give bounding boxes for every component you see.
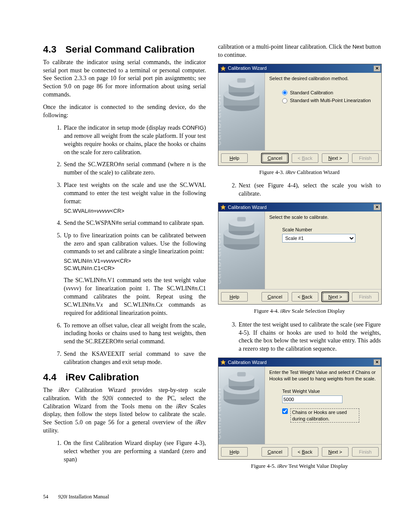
page-number: 54 — [43, 494, 48, 500]
cancel-button[interactable]: Cancel — [262, 292, 288, 302]
sec44-step-2: Next (see Figure 4-4), select the scale … — [238, 182, 381, 198]
sec44-steps-right-2: Next (see Figure 4-4), select the scale … — [218, 182, 381, 198]
sec43-step-7: Send the KSAVEEXIT serial command to sav… — [63, 350, 206, 367]
sec43-step-6: To remove an offset value, clear all wei… — [63, 322, 206, 346]
finish-button[interactable]: Finish — [352, 292, 379, 302]
next-button[interactable]: Next > — [322, 447, 349, 457]
close-icon[interactable]: ✕ — [374, 204, 380, 210]
chains-hooks-checkbox[interactable] — [282, 408, 288, 414]
wizard-title: Calibration Wizard — [228, 204, 267, 211]
sec43-step-1: Place the indicator in setup mode (displ… — [63, 124, 206, 157]
radio-standard-label: Standard Calibration — [290, 90, 333, 96]
cancel-button[interactable]: Cancel — [262, 153, 288, 163]
chains-hooks-label: Chains or Hooks are used during calibrat… — [290, 408, 359, 423]
back-button[interactable]: < Back — [292, 292, 318, 302]
back-button[interactable]: < Back — [292, 153, 318, 163]
figure-4-3-caption: Figure 4-3. iRev Calibration Wizard — [218, 168, 381, 176]
wizard-titlebar: Calibration Wizard ✕ — [218, 358, 381, 367]
wizard-app-icon — [220, 359, 226, 365]
next-button[interactable]: Next > — [322, 292, 349, 302]
section-4-4-heading: 4.4iRev Calibration — [43, 371, 206, 384]
wizard-titlebar: Calibration Wizard ✕ — [218, 64, 381, 73]
calibration-wizard-method-dialog: Calibration Wizard ✕ Select the desired … — [218, 64, 382, 166]
svg-marker-10 — [221, 205, 226, 210]
close-icon[interactable]: ✕ — [374, 65, 380, 72]
radio-standard-calibration[interactable] — [282, 90, 287, 95]
wizard-sidebar-graphic — [218, 73, 265, 150]
sec43-step-3: Place test weights on the scale and use … — [63, 181, 206, 215]
test-weight-input[interactable] — [282, 395, 342, 403]
sec43-step-5: Up to five linearization points can be c… — [63, 232, 206, 317]
wizard-app-icon — [220, 204, 226, 210]
help-button[interactable]: Help — [221, 447, 248, 457]
wizard-titlebar: Calibration Wizard ✕ — [218, 203, 381, 212]
wizard-prompt: Select the desired calibration method. — [269, 75, 377, 82]
radio-multipoint-calibration[interactable] — [282, 98, 287, 103]
wizard-sidebar-graphic — [218, 212, 265, 289]
help-button[interactable]: Help — [221, 292, 248, 302]
sec43-intro-1: To calibrate the indicator using serial … — [43, 59, 206, 99]
svg-marker-11 — [221, 360, 226, 365]
sec44-steps-left: On the first Calibration Wizard display … — [43, 439, 206, 464]
sec44-steps-right-3: Enter the test weight used to calibrate … — [218, 321, 381, 354]
close-icon[interactable]: ✕ — [374, 359, 380, 365]
wizard-sidebar-graphic — [218, 367, 265, 444]
finish-button[interactable]: Finish — [352, 153, 379, 163]
back-button[interactable]: < Back — [292, 447, 318, 457]
sec43-step-2: Send the SC.WZERO#n serial command (wher… — [63, 161, 206, 177]
sec43-step-4: Send the SC.WSPAN#n serial command to ca… — [63, 219, 206, 227]
radio-multipoint-label: Standard with Multi-Point Linearization — [290, 97, 371, 104]
scale-number-label: Scale Number — [282, 227, 377, 233]
calibration-wizard-testweight-dialog: Calibration Wizard ✕ Enter the Test Weig… — [218, 358, 382, 460]
sec44-step-3: Enter the test weight used to calibrate … — [238, 321, 381, 354]
wizard-title: Calibration Wizard — [228, 359, 267, 366]
help-button[interactable]: Help — [221, 153, 248, 163]
sec43-steps: Place the indicator in setup mode (displ… — [43, 124, 206, 367]
page-footer: 54 920i Installation Manual — [43, 493, 381, 500]
wizard-prompt: Enter the Test Weight Value and select i… — [269, 369, 377, 382]
next-button[interactable]: Next > — [322, 153, 349, 163]
figure-4-4-caption: Figure 4-4. iRev Scale Selection Display — [218, 307, 381, 315]
wizard-title: Calibration Wizard — [228, 65, 267, 72]
calibration-wizard-scale-dialog: Calibration Wizard ✕ Select the scale to… — [218, 202, 382, 305]
sec43-intro-2: Once the indicator is connected to the s… — [43, 103, 206, 120]
test-weight-label: Test Weight Value — [282, 388, 377, 395]
scale-number-select[interactable]: Scale #1 — [282, 234, 355, 243]
wizard-app-icon — [220, 65, 226, 72]
sec44-step-1: On the first Calibration Wizard display … — [63, 439, 206, 464]
sec44-step1-continuation: calibration or a multi-point linear cali… — [218, 43, 381, 59]
wizard-prompt: Select the scale to calibrate. — [269, 214, 377, 221]
finish-button[interactable]: Finish — [352, 447, 379, 457]
figure-4-5-caption: Figure 4-5. iRev Test Weight Value Displ… — [218, 462, 381, 470]
svg-marker-8 — [221, 66, 226, 71]
section-4-3-heading: 4.3Serial Command Calibration — [43, 43, 206, 56]
cancel-button[interactable]: Cancel — [262, 447, 288, 457]
sec44-intro: The iRev Calibration Wizard provides ste… — [43, 386, 206, 435]
